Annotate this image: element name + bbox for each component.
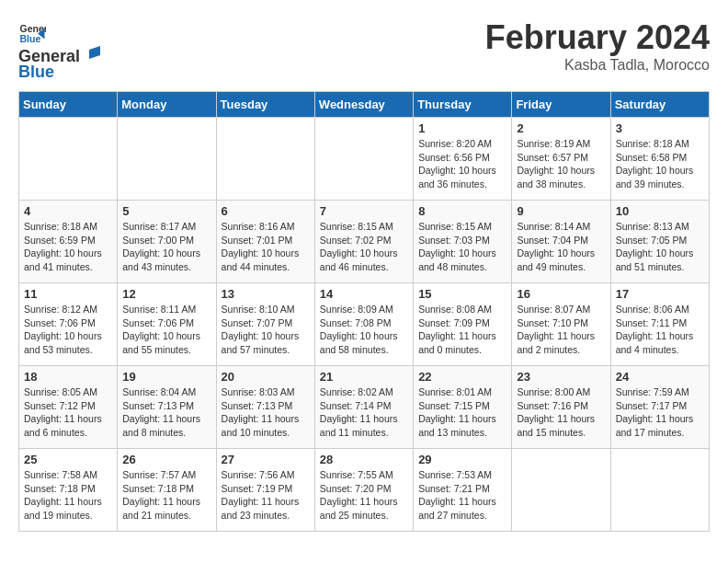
day-cell: 6Sunrise: 8:16 AM Sunset: 7:01 PM Daylig…: [216, 201, 314, 283]
calendar-title: February 2024: [485, 18, 710, 57]
day-info: Sunrise: 8:17 AM Sunset: 7:00 PM Dayligh…: [122, 220, 210, 274]
calendar-subtitle: Kasba Tadla, Morocco: [485, 57, 710, 74]
day-number: 13: [222, 287, 310, 301]
day-info: Sunrise: 8:08 AM Sunset: 7:09 PM Dayligh…: [418, 303, 506, 357]
day-number: 23: [517, 370, 605, 384]
day-number: 27: [222, 453, 310, 466]
day-number: 8: [418, 204, 506, 218]
day-number: 2: [517, 121, 605, 135]
calendar-table: Sunday Monday Tuesday Wednesday Thursday…: [18, 91, 710, 532]
day-cell: [314, 118, 413, 201]
header-friday: Friday: [512, 92, 610, 118]
day-info: Sunrise: 8:09 AM Sunset: 7:08 PM Dayligh…: [320, 303, 408, 357]
day-cell: 11Sunrise: 8:12 AM Sunset: 7:06 PM Dayli…: [19, 283, 118, 366]
day-number: 10: [616, 204, 704, 218]
day-number: 19: [122, 370, 210, 384]
day-info: Sunrise: 7:57 AM Sunset: 7:18 PM Dayligh…: [122, 468, 210, 523]
day-cell: 15Sunrise: 8:08 AM Sunset: 7:09 PM Dayli…: [414, 283, 512, 366]
header-wednesday: Wednesday: [314, 92, 413, 118]
day-cell: [512, 449, 610, 532]
day-info: Sunrise: 8:13 AM Sunset: 7:05 PM Dayligh…: [616, 220, 704, 274]
day-info: Sunrise: 8:02 AM Sunset: 7:14 PM Dayligh…: [320, 385, 408, 440]
day-cell: 21Sunrise: 8:02 AM Sunset: 7:14 PM Dayli…: [314, 366, 413, 449]
logo-icon: General Blue: [18, 18, 46, 46]
day-number: 15: [418, 287, 506, 301]
day-cell: 20Sunrise: 8:03 AM Sunset: 7:13 PM Dayli…: [216, 366, 314, 449]
logo: General Blue General Blue: [18, 18, 100, 82]
day-cell: 9Sunrise: 8:14 AM Sunset: 7:04 PM Daylig…: [512, 201, 610, 283]
day-cell: 24Sunrise: 7:59 AM Sunset: 7:17 PM Dayli…: [610, 366, 709, 449]
day-number: 6: [222, 204, 310, 218]
day-cell: 19Sunrise: 8:04 AM Sunset: 7:13 PM Dayli…: [118, 366, 216, 449]
day-number: 28: [320, 453, 408, 466]
day-cell: 12Sunrise: 8:11 AM Sunset: 7:06 PM Dayli…: [118, 283, 216, 366]
day-info: Sunrise: 7:59 AM Sunset: 7:17 PM Dayligh…: [616, 385, 704, 440]
day-info: Sunrise: 8:03 AM Sunset: 7:13 PM Dayligh…: [222, 385, 310, 440]
svg-text:Blue: Blue: [20, 33, 41, 44]
svg-marker-3: [89, 46, 100, 59]
day-info: Sunrise: 8:15 AM Sunset: 7:02 PM Dayligh…: [320, 220, 408, 274]
header-tuesday: Tuesday: [216, 92, 314, 118]
day-number: 17: [616, 287, 704, 301]
header: General Blue General Blue February 2024 …: [18, 18, 710, 82]
day-info: Sunrise: 7:53 AM Sunset: 7:21 PM Dayligh…: [418, 468, 506, 523]
day-cell: 29Sunrise: 7:53 AM Sunset: 7:21 PM Dayli…: [414, 449, 512, 532]
day-cell: 17Sunrise: 8:06 AM Sunset: 7:11 PM Dayli…: [610, 283, 709, 366]
day-info: Sunrise: 7:55 AM Sunset: 7:20 PM Dayligh…: [320, 468, 408, 523]
header-saturday: Saturday: [610, 92, 709, 118]
day-number: 16: [517, 287, 605, 301]
day-info: Sunrise: 7:56 AM Sunset: 7:19 PM Dayligh…: [222, 468, 310, 523]
day-number: 9: [517, 204, 605, 218]
header-row: Sunday Monday Tuesday Wednesday Thursday…: [19, 92, 710, 118]
day-number: 21: [320, 370, 408, 384]
day-info: Sunrise: 8:11 AM Sunset: 7:06 PM Dayligh…: [122, 303, 210, 357]
day-number: 26: [122, 453, 210, 466]
day-number: 25: [24, 453, 112, 466]
day-number: 3: [616, 121, 704, 135]
day-number: 20: [222, 370, 310, 384]
day-number: 4: [24, 204, 112, 218]
day-info: Sunrise: 8:18 AM Sunset: 6:58 PM Dayligh…: [616, 137, 704, 191]
day-cell: 4Sunrise: 8:18 AM Sunset: 6:59 PM Daylig…: [19, 201, 118, 283]
calendar-header: Sunday Monday Tuesday Wednesday Thursday…: [19, 92, 710, 118]
day-info: Sunrise: 8:05 AM Sunset: 7:12 PM Dayligh…: [24, 385, 112, 440]
day-info: Sunrise: 8:14 AM Sunset: 7:04 PM Dayligh…: [517, 220, 605, 274]
day-cell: 7Sunrise: 8:15 AM Sunset: 7:02 PM Daylig…: [314, 201, 413, 283]
day-cell: 18Sunrise: 8:05 AM Sunset: 7:12 PM Dayli…: [19, 366, 118, 449]
day-cell: [216, 118, 314, 201]
day-info: Sunrise: 8:04 AM Sunset: 7:13 PM Dayligh…: [122, 385, 210, 440]
day-info: Sunrise: 8:10 AM Sunset: 7:07 PM Dayligh…: [222, 303, 310, 357]
day-number: 14: [320, 287, 408, 301]
day-info: Sunrise: 7:58 AM Sunset: 7:18 PM Dayligh…: [24, 468, 112, 523]
day-cell: 16Sunrise: 8:07 AM Sunset: 7:10 PM Dayli…: [512, 283, 610, 366]
header-thursday: Thursday: [414, 92, 512, 118]
calendar-body: 1Sunrise: 8:20 AM Sunset: 6:56 PM Daylig…: [19, 118, 710, 532]
day-cell: 27Sunrise: 7:56 AM Sunset: 7:19 PM Dayli…: [216, 449, 314, 532]
day-cell: 2Sunrise: 8:19 AM Sunset: 6:57 PM Daylig…: [512, 118, 610, 201]
week-row-0: 1Sunrise: 8:20 AM Sunset: 6:56 PM Daylig…: [19, 118, 710, 201]
day-info: Sunrise: 8:06 AM Sunset: 7:11 PM Dayligh…: [616, 303, 704, 357]
day-info: Sunrise: 8:16 AM Sunset: 7:01 PM Dayligh…: [222, 220, 310, 274]
day-info: Sunrise: 8:19 AM Sunset: 6:57 PM Dayligh…: [517, 137, 605, 191]
day-cell: 28Sunrise: 7:55 AM Sunset: 7:20 PM Dayli…: [314, 449, 413, 532]
day-info: Sunrise: 8:12 AM Sunset: 7:06 PM Dayligh…: [24, 303, 112, 357]
day-info: Sunrise: 8:01 AM Sunset: 7:15 PM Dayligh…: [418, 385, 506, 440]
day-info: Sunrise: 8:18 AM Sunset: 6:59 PM Dayligh…: [24, 220, 112, 274]
day-info: Sunrise: 8:00 AM Sunset: 7:16 PM Dayligh…: [517, 385, 605, 440]
day-cell: 23Sunrise: 8:00 AM Sunset: 7:16 PM Dayli…: [512, 366, 610, 449]
day-number: 11: [24, 287, 112, 301]
week-row-2: 11Sunrise: 8:12 AM Sunset: 7:06 PM Dayli…: [19, 283, 710, 366]
title-area: February 2024 Kasba Tadla, Morocco: [485, 18, 710, 74]
day-cell: 3Sunrise: 8:18 AM Sunset: 6:58 PM Daylig…: [610, 118, 709, 201]
day-number: 22: [418, 370, 506, 384]
day-cell: [610, 449, 709, 532]
day-info: Sunrise: 8:07 AM Sunset: 7:10 PM Dayligh…: [517, 303, 605, 357]
day-info: Sunrise: 8:15 AM Sunset: 7:03 PM Dayligh…: [418, 220, 506, 274]
week-row-1: 4Sunrise: 8:18 AM Sunset: 6:59 PM Daylig…: [19, 201, 710, 283]
day-cell: [19, 118, 118, 201]
day-cell: 14Sunrise: 8:09 AM Sunset: 7:08 PM Dayli…: [314, 283, 413, 366]
logo-blue: Blue: [18, 63, 100, 82]
day-number: 7: [320, 204, 408, 218]
day-cell: 1Sunrise: 8:20 AM Sunset: 6:56 PM Daylig…: [414, 118, 512, 201]
day-cell: [118, 118, 216, 201]
